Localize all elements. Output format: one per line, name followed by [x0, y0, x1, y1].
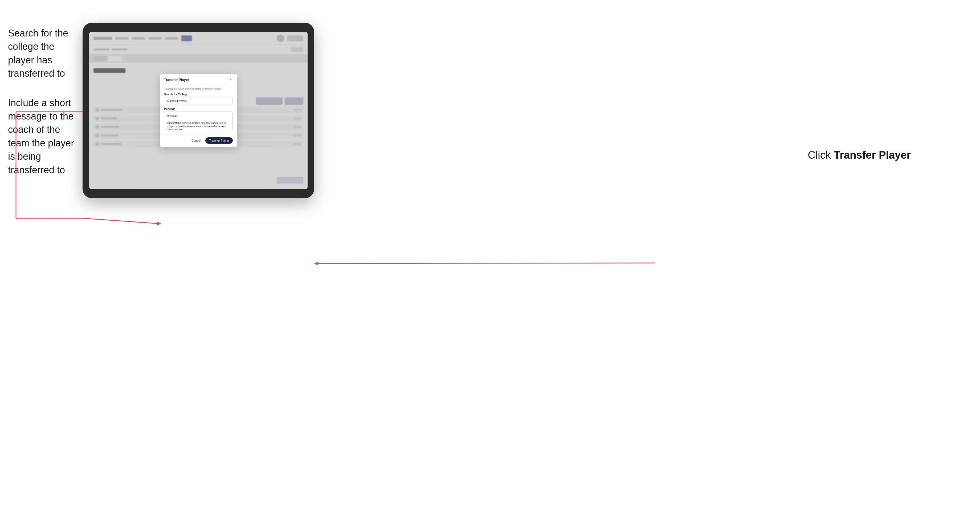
search-college-label: Search for College [164, 93, 233, 96]
annotation-right: Click Transfer Player [808, 149, 911, 161]
search-college-input[interactable] [164, 97, 233, 105]
ipad-frame: Transfer Player × Transfer the player an… [83, 22, 314, 198]
annotation-message-text: Include a short message to the coach of … [8, 96, 77, 177]
annotation-search-text: Search for the college the player has tr… [8, 27, 77, 80]
message-textarea[interactable] [164, 111, 233, 130]
modal-footer: Cancel Transfer Player [160, 135, 237, 147]
annotation-click-transfer: Transfer Player [834, 149, 911, 161]
message-label: Message [164, 108, 233, 110]
modal-subtitle: Transfer the player and their profile to… [164, 87, 233, 90]
modal-overlay: Transfer Player × Transfer the player an… [89, 32, 307, 189]
modal-header: Transfer Player × [160, 74, 237, 84]
modal-body: Transfer the player and their profile to… [160, 84, 237, 135]
svg-line-3 [83, 218, 158, 224]
annotation-left: Search for the college the player has tr… [8, 27, 77, 177]
svg-line-5 [317, 263, 655, 264]
ipad-screen: Transfer Player × Transfer the player an… [89, 32, 307, 189]
transfer-player-modal: Transfer Player × Transfer the player an… [160, 74, 237, 147]
svg-marker-4 [157, 222, 161, 225]
transfer-player-button[interactable]: Transfer Player [205, 137, 233, 144]
modal-title: Transfer Player [164, 78, 189, 82]
cancel-button[interactable]: Cancel [189, 138, 203, 143]
modal-close-button[interactable]: × [228, 77, 233, 82]
svg-marker-6 [314, 262, 318, 265]
